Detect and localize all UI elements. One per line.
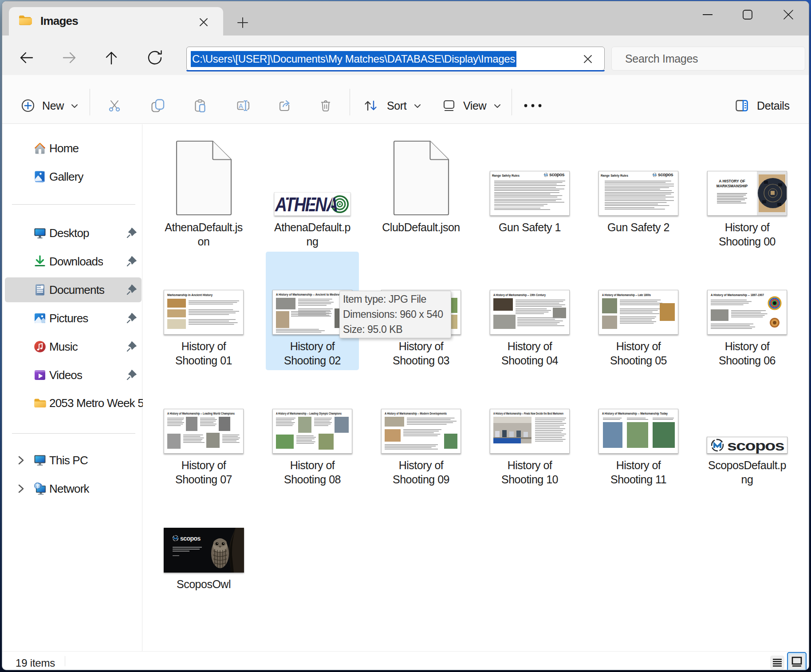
minimize-button[interactable] xyxy=(693,4,722,25)
file-name: History ofShooting 09 xyxy=(366,458,476,486)
view-icon xyxy=(442,99,456,112)
address-clear-icon[interactable] xyxy=(581,52,594,66)
refresh-icon xyxy=(143,46,167,70)
sort-icon xyxy=(363,99,378,112)
sort-button[interactable]: Sort xyxy=(363,81,422,130)
refresh-button[interactable] xyxy=(143,46,167,70)
file-item-history-ofshooting-07[interactable]: A History of Marksmanship -- Leading Wor… xyxy=(157,371,250,489)
file-item-history-ofshooting-06[interactable]: A History of Marksmanship -- 1897-1907 H… xyxy=(701,252,794,370)
sidebar-item-videos[interactable]: Videos xyxy=(5,363,142,387)
sidebar-item-network[interactable]: Network xyxy=(5,476,142,501)
file-name: History ofShooting 01 xyxy=(149,339,258,368)
file-item-history-ofshooting-01[interactable]: Marksmanship in Ancient History History … xyxy=(157,252,250,370)
chevron-right-icon[interactable] xyxy=(16,483,26,494)
file-item-gun-safety-1[interactable]: Range Safety Rules scopos Gun Safety 1 xyxy=(483,133,576,251)
chevron-down-icon xyxy=(413,101,422,111)
sidebar-item-label: Downloads xyxy=(49,249,103,274)
details-view-toggle[interactable] xyxy=(770,656,784,670)
sidebar: Home Gallery Desktop Downloads Documents… xyxy=(2,124,142,651)
close-button[interactable] xyxy=(774,4,803,25)
svg-text:A History of Marksmanship -- 1: A History of Marksmanship -- 19th Centur… xyxy=(493,293,546,297)
status-bar: 19 items xyxy=(2,651,809,670)
file-item-history-ofshooting-10[interactable]: A History of Marksmanship -- Finals Now … xyxy=(483,371,576,489)
sidebar-item-pictures[interactable]: Pictures xyxy=(5,306,142,331)
file-item-history-ofshooting-11[interactable]: A History of Marksmanship -- Marksmanshi… xyxy=(592,371,685,489)
sort-label: Sort xyxy=(387,99,406,112)
folder-icon xyxy=(33,396,47,410)
file-name: AthenaDefault.json xyxy=(149,220,258,249)
copy-button[interactable] xyxy=(151,81,165,130)
pictures-icon xyxy=(33,312,47,325)
cut-button[interactable] xyxy=(108,81,121,130)
address-bar[interactable]: C:\Users\[USER]\Documents\My Matches\DAT… xyxy=(186,47,605,71)
sidebar-item-downloads[interactable]: Downloads xyxy=(5,249,142,274)
file-item-history-ofshooting-04[interactable]: A History of Marksmanship -- 19th Centur… xyxy=(483,252,576,370)
file-item-scoposdefault-png[interactable]: scopos ScoposDefault.png xyxy=(701,371,794,489)
sidebar-item-label: Pictures xyxy=(49,306,88,331)
file-item-history-ofshooting-08[interactable]: A History of Marksmanship -- Leading Oly… xyxy=(266,371,359,489)
svg-text:ATHENA: ATHENA xyxy=(275,194,337,215)
close-icon xyxy=(774,4,803,25)
sidebar-item-music[interactable]: Music xyxy=(5,334,142,359)
up-button[interactable] xyxy=(99,46,123,70)
folder-icon xyxy=(18,13,32,27)
svg-text:A History of Marksmanship -- L: A History of Marksmanship -- Leading Wor… xyxy=(167,412,235,415)
svg-text:Range Safety Rules: Range Safety Rules xyxy=(492,174,520,178)
share-button[interactable] xyxy=(278,81,291,130)
back-button[interactable] xyxy=(15,46,39,70)
maximize-button[interactable] xyxy=(733,4,762,25)
navigation-bar: C:\Users\[USER]\Documents\My Matches\DAT… xyxy=(2,36,809,75)
forward-button[interactable] xyxy=(57,46,81,70)
file-item-athenadefault-json[interactable]: AthenaDefault.json xyxy=(157,133,250,251)
search-box[interactable]: Search Images xyxy=(611,47,805,71)
app-body: Home Gallery Desktop Downloads Documents… xyxy=(2,124,809,651)
address-text-selected[interactable]: C:\Users\[USER]\Documents\My Matches\DAT… xyxy=(191,51,516,67)
sidebar-separator xyxy=(12,204,135,205)
file-name: History ofShooting 04 xyxy=(475,339,584,368)
tab-close-icon[interactable] xyxy=(196,15,211,30)
file-thumbnail: A History of Marksmanship -- 19th Centur… xyxy=(483,290,576,335)
new-tab-button[interactable] xyxy=(235,15,250,30)
file-item-gun-safety-2[interactable]: Range Safety Rules scopos Gun Safety 2 xyxy=(592,133,685,251)
new-button[interactable]: New xyxy=(21,81,79,130)
sidebar-item-2053-metro-week-5[interactable]: 2053 Metro Week 5 xyxy=(5,391,142,415)
file-item-scoposowl[interactable]: scopos ScoposOwl xyxy=(157,490,250,608)
details-label: Details xyxy=(757,99,790,112)
title-bar: Images xyxy=(2,1,809,36)
svg-text:Marksmanship in Ancient Histor: Marksmanship in Ancient History xyxy=(167,293,213,297)
file-item-history-ofshooting-05[interactable]: A History of Marksmanship -- Late 1800s … xyxy=(592,252,685,370)
svg-text:A History of Marksmanship -- L: A History of Marksmanship -- Late 1800s xyxy=(602,293,651,297)
file-name: History ofShooting 00 xyxy=(693,220,802,249)
file-item-clubdefault-json[interactable]: ClubDefault.json xyxy=(374,133,468,251)
rename-button[interactable]: A xyxy=(235,81,250,130)
file-thumbnail: scopos xyxy=(157,528,250,573)
file-name: History ofShooting 02 xyxy=(258,339,367,368)
file-item-history-ofshooting-09[interactable]: A History of Marksmanship -- Modern Deve… xyxy=(374,371,468,489)
toolbar-separator xyxy=(350,89,350,115)
view-button[interactable]: View xyxy=(442,81,502,130)
delete-button[interactable] xyxy=(319,81,332,130)
tab-images[interactable]: Images xyxy=(9,7,223,36)
file-item-history-ofshooting-00[interactable]: A HISTORY OF MARKSMANSHIP History ofShoo… xyxy=(701,133,794,251)
sidebar-item-desktop[interactable]: Desktop xyxy=(5,221,142,245)
maximize-icon xyxy=(733,4,762,25)
thumbnail-view-toggle[interactable] xyxy=(787,652,807,670)
videos-icon xyxy=(33,368,47,382)
file-name: Gun Safety 1 xyxy=(475,220,584,234)
file-item-athenadefault-png[interactable]: ATHENA AthenaDefault.png xyxy=(266,133,359,251)
sidebar-item-home[interactable]: Home xyxy=(5,136,142,161)
sidebar-item-this-pc[interactable]: This PC xyxy=(5,448,142,473)
minimize-icon xyxy=(693,4,722,25)
sidebar-item-gallery[interactable]: Gallery xyxy=(5,164,142,189)
file-name: Gun Safety 2 xyxy=(584,220,693,234)
pin-icon xyxy=(126,312,138,324)
sidebar-item-documents[interactable]: Documents xyxy=(5,277,142,302)
home-icon xyxy=(33,142,47,155)
new-label: New xyxy=(42,99,64,112)
documents-icon xyxy=(33,283,47,296)
chevron-right-icon[interactable] xyxy=(16,455,26,466)
file-name: History ofShooting 03 xyxy=(366,339,476,368)
details-button[interactable]: Details xyxy=(734,81,790,130)
see-more-button[interactable] xyxy=(521,81,544,130)
paste-button[interactable] xyxy=(193,81,207,130)
